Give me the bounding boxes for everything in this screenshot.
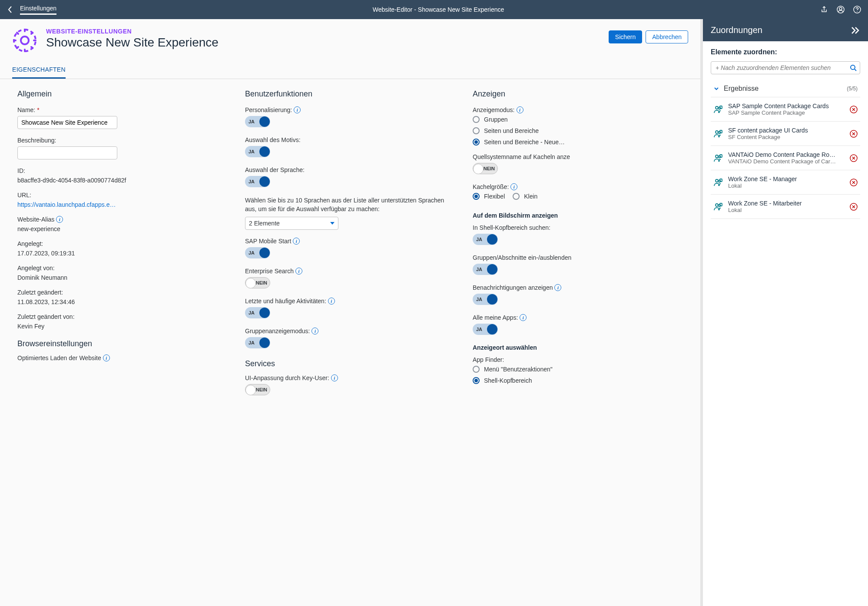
svg-rect-16 [720,155,722,157]
remove-icon[interactable] [850,203,858,211]
language-toggle[interactable]: JA [245,176,270,187]
assignment-search-input[interactable] [711,61,860,74]
personalization-label: Personalisierung: [245,106,292,113]
tab-properties[interactable]: EIGENSCHAFTEN [12,62,66,79]
createdby-value: Dominik Neumann [17,274,228,281]
result-row[interactable]: Work Zone SE - MitarbeiterLokal [711,195,860,219]
radio-groups[interactable]: Gruppen [473,116,683,123]
section-services: Services [245,359,455,368]
side-panel: Zuordnungen Elemente zuordnen: Ergebniss… [703,19,868,606]
radio-af-menu[interactable]: Menü "Benutzeraktionen" [473,366,683,373]
remove-icon[interactable] [850,179,858,186]
info-icon[interactable]: i [328,298,335,305]
remove-icon[interactable] [850,106,858,113]
remove-icon[interactable] [850,130,858,138]
radio-pages-new[interactable]: Seiten und Bereiche - Neue… [473,139,683,146]
changed-value: 11.08.2023, 12:34:46 [17,298,228,305]
name-input[interactable] [17,116,117,129]
help-icon[interactable] [853,6,861,13]
collapse-icon[interactable] [851,26,860,34]
language-select[interactable]: 2 Elemente [245,217,338,230]
desc-input[interactable] [17,146,117,159]
name-label: Name:* [17,106,228,113]
results-count: (5/5) [847,86,858,92]
radio-flex[interactable]: Flexibel [473,193,505,200]
info-icon[interactable]: i [56,216,63,223]
recent-label: Letzte und häufige Aktivitäten: [245,298,326,305]
main-content: WEBSITE-EINSTELLUNGEN Showcase New Site … [0,19,703,606]
radio-small[interactable]: Klein [513,193,537,200]
gear-icon [12,28,37,53]
svg-point-3 [857,11,858,12]
keyuser-toggle[interactable]: NEIN [245,384,270,395]
changedby-value: Kevin Fey [17,323,228,330]
created-label: Angelegt: [17,240,228,247]
chevron-down-icon [330,222,335,225]
svg-point-4 [21,36,29,44]
back-icon[interactable] [7,5,13,14]
info-icon[interactable]: i [331,374,338,381]
groups-show-toggle[interactable]: JA [473,264,498,275]
search-icon[interactable] [850,64,857,71]
result-row[interactable]: VANTAiO Demo Content Package Ro…VANTAiO … [711,146,860,170]
all-apps-label: Alle meine Apps: [473,314,518,321]
ent-search-label: Enterprise Search [245,268,294,275]
radio-af-shell[interactable]: Shell-Kopfbereich [473,377,683,384]
result-row[interactable]: Work Zone SE - ManagerLokal [711,170,860,195]
info-icon[interactable]: i [311,328,318,334]
info-icon[interactable]: i [295,268,302,275]
user-icon[interactable] [837,6,845,13]
alias-value: new-experience [17,225,228,232]
svg-point-18 [716,179,718,182]
src-sys-toggle[interactable]: NEIN [473,163,498,174]
info-icon[interactable]: i [520,314,527,321]
role-icon [713,153,723,163]
theme-toggle[interactable]: JA [245,146,270,157]
display-mode-label: Anzeigemodus: [473,106,515,113]
section-browser: Browsereinstellungen [17,339,228,348]
share-icon[interactable] [820,6,828,13]
result-sub: SAP Sample Content Package [728,109,845,116]
result-title: SAP Sample Content Package Cards [728,103,845,109]
radio-pages[interactable]: Seiten und Bereiche [473,127,683,134]
tile-size-label: Kachelgröße: [473,183,509,190]
svg-point-14 [716,155,718,158]
desc-label: Beschreibung: [17,137,228,144]
search-shell-toggle[interactable]: JA [473,234,498,245]
info-icon[interactable]: i [510,183,517,190]
svg-rect-20 [720,179,722,182]
info-icon[interactable]: i [103,354,110,361]
info-icon[interactable]: i [554,284,561,291]
all-apps-toggle[interactable]: JA [473,324,498,335]
nav-settings[interactable]: Einstellungen [20,5,56,15]
save-button[interactable]: Sichern [609,30,642,43]
info-icon[interactable]: i [517,106,523,113]
result-row[interactable]: SAP Sample Content Package CardsSAP Samp… [711,97,860,122]
svg-point-1 [839,7,842,10]
recent-toggle[interactable]: JA [245,307,270,318]
result-title: VANTAiO Demo Content Package Ro… [728,151,845,158]
url-link[interactable]: https://vantaio.launchpad.cfapps.e… [17,201,228,208]
ent-search-toggle[interactable]: NEIN [245,277,270,288]
personalization-toggle[interactable]: JA [245,116,270,127]
remove-icon[interactable] [850,154,858,162]
keyuser-label: UI-Anpassung durch Key-User: [245,374,329,381]
result-row[interactable]: SF content package UI CardsSF Content Pa… [711,122,860,146]
role-icon [713,105,723,114]
info-icon[interactable]: i [294,106,301,113]
mobile-start-toggle[interactable]: JA [245,247,270,258]
chevron-down-icon[interactable] [713,86,719,92]
opt-load-label: Optimiertes Laden der Website i [17,354,228,361]
group-mode-toggle[interactable]: JA [245,337,270,348]
svg-point-6 [716,106,718,109]
changedby-label: Zuletzt geändert von: [17,313,228,320]
role-icon [713,178,723,187]
cancel-button[interactable]: Abbrechen [646,30,688,43]
notifications-toggle[interactable]: JA [473,294,498,305]
svg-point-10 [716,131,718,133]
createdby-label: Angelegt von: [17,265,228,272]
info-icon[interactable]: i [293,238,300,245]
changed-label: Zuletzt geändert: [17,289,228,296]
app-finder-label: App Finder: [473,356,683,363]
groups-toggle-label: Gruppen/Abschnitte ein-/ausblenden [473,254,683,261]
